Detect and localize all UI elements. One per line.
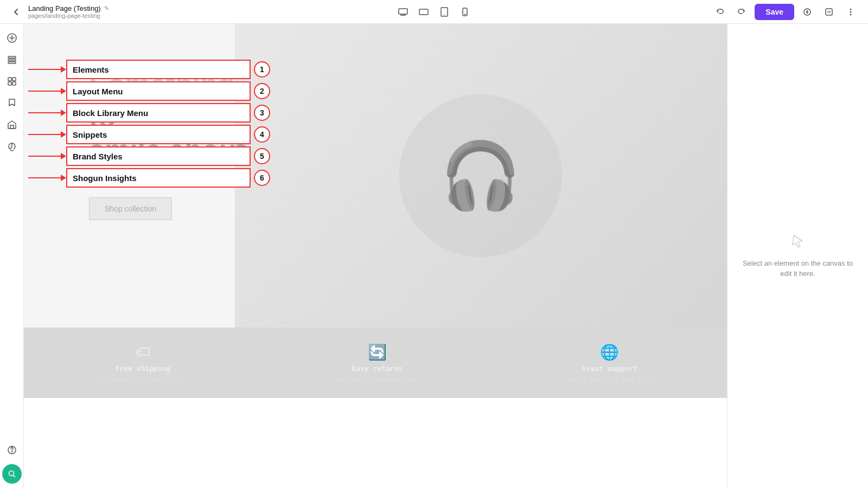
page-info: Landing Page (Testing) ✎ pages/landing-p… (28, 4, 109, 19)
sidebar-item-blocks[interactable] (2, 72, 22, 91)
hero-subtitle: Effortless, all-day audio on the go. (89, 172, 253, 181)
tablet-landscape-view-button[interactable] (415, 4, 432, 20)
left-sidebar (0, 24, 24, 488)
svg-rect-4 (419, 9, 428, 15)
svg-rect-19 (8, 56, 16, 58)
page-title: Landing Page (Testing) (28, 4, 101, 12)
footer-free-shipping: 🏷 Free shipping All domestic orders £75+ (100, 343, 186, 383)
hero-section: 🎧 Something to smile about Effortless, a… (24, 24, 727, 328)
cursor-icon (790, 233, 806, 252)
canvas-area[interactable]: 🎧 Something to smile about Effortless, a… (24, 24, 727, 488)
easy-returns-icon: 🔄 (368, 343, 387, 361)
back-button[interactable] (9, 4, 24, 20)
free-shipping-icon: 🏷 (135, 343, 150, 361)
great-support-label: Great support (582, 364, 637, 373)
main-layout: 🎧 Something to smile about Effortless, a… (0, 24, 868, 488)
right-panel-hint: Select an element on the canvas to edit … (738, 258, 857, 279)
desktop-view-button[interactable] (394, 4, 412, 20)
svg-point-13 (850, 8, 852, 10)
sidebar-item-brand[interactable] (2, 115, 22, 134)
hero-line2: to (89, 101, 253, 133)
easy-returns-label: Easy returns (352, 364, 403, 373)
hero-line3: smile about (89, 133, 253, 166)
view-switcher (394, 4, 474, 20)
mobile-view-button[interactable] (456, 4, 474, 20)
save-button[interactable]: Save (755, 4, 794, 20)
canvas-inner: 🎧 Something to smile about Effortless, a… (24, 24, 727, 488)
free-shipping-sub: All domestic orders £75+ (100, 376, 186, 383)
great-support-icon: 🌐 (600, 343, 619, 361)
right-panel: Select an element on the canvas to edit … (727, 24, 868, 488)
footer-easy-returns: 🔄 Easy returns We cover shipping fees (337, 343, 417, 383)
great-support-sub: We're here for you 24/7 (569, 376, 651, 383)
topbar-right: Save (711, 3, 859, 21)
hero-image: 🎧 (399, 94, 562, 257)
sidebar-item-elements[interactable] (2, 28, 22, 48)
hero-line1: Something (89, 67, 253, 101)
svg-rect-25 (12, 82, 16, 85)
svg-rect-20 (8, 59, 16, 61)
svg-point-5 (423, 14, 424, 15)
topbar-left: Landing Page (Testing) ✎ pages/landing-p… (9, 4, 109, 20)
topbar: Landing Page (Testing) ✎ pages/landing-p… (0, 0, 868, 24)
redo-button[interactable] (733, 3, 750, 21)
footer-strip: 🏷 Free shipping All domestic orders £75+… (24, 328, 727, 398)
sidebar-item-help[interactable] (2, 440, 22, 460)
svg-rect-23 (12, 78, 16, 81)
sidebar-item-layers[interactable] (2, 50, 22, 69)
hero-text: Something to smile about Effortless, all… (89, 67, 253, 220)
footer-great-support: 🌐 Great support We're here for you 24/7 (569, 343, 651, 383)
undo-button[interactable] (711, 3, 729, 21)
svg-rect-22 (8, 78, 11, 81)
svg-rect-21 (8, 62, 16, 63)
svg-rect-26 (10, 125, 14, 129)
page-path: pages/landing-page-testing (28, 12, 109, 19)
publish-button[interactable] (820, 3, 838, 21)
svg-point-15 (850, 14, 852, 15)
svg-rect-24 (8, 82, 11, 85)
shop-collection-button[interactable]: Shop collection (89, 197, 172, 220)
free-shipping-label: Free shipping (115, 364, 170, 373)
sidebar-item-insights[interactable] (2, 137, 22, 156)
edit-title-icon[interactable]: ✎ (104, 5, 109, 12)
svg-point-14 (850, 11, 852, 12)
page-title-row: Landing Page (Testing) ✎ (28, 4, 109, 12)
hero-background: 🎧 (235, 24, 727, 328)
svg-point-10 (804, 9, 810, 15)
tablet-portrait-view-button[interactable] (436, 4, 453, 20)
easy-returns-sub: We cover shipping fees (337, 376, 417, 383)
svg-line-29 (13, 476, 15, 477)
svg-point-7 (444, 14, 445, 15)
more-options-button[interactable] (842, 3, 859, 21)
svg-rect-0 (399, 9, 407, 14)
sidebar-item-search[interactable] (2, 464, 22, 484)
preview-button[interactable] (799, 3, 816, 21)
sidebar-item-snippets[interactable] (2, 93, 22, 113)
